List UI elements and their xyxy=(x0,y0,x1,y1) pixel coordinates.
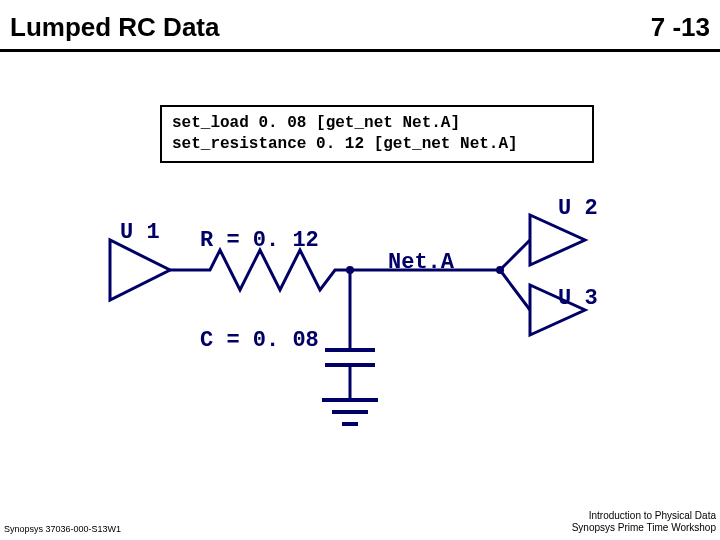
wire-branch-icon xyxy=(500,270,530,310)
svg-marker-0 xyxy=(110,240,170,300)
label-netname: Net.A xyxy=(388,250,454,275)
footer-workshop: Synopsys Prime Time Workshop xyxy=(572,522,716,534)
footer-doc-id: Synopsys 37036-000-S13W1 xyxy=(4,524,121,534)
circuit-svg xyxy=(90,200,650,460)
buffer-u2-icon xyxy=(530,215,585,265)
resistor-icon xyxy=(200,250,350,290)
ground-icon xyxy=(322,400,378,424)
code-box: set_load 0. 08 [get_net Net.A] set_resis… xyxy=(160,105,594,163)
code-line-2: set_resistance 0. 12 [get_net Net.A] xyxy=(172,135,518,153)
label-capacitance: C = 0. 08 xyxy=(200,328,319,353)
label-u3: U 3 xyxy=(558,286,598,311)
page-number: 7 -13 xyxy=(651,12,710,43)
label-u1: U 1 xyxy=(120,220,160,245)
code-line-1: set_load 0. 08 [get_net Net.A] xyxy=(172,114,460,132)
footer-section: Introduction to Physical Data xyxy=(572,510,716,522)
buffer-u1-icon xyxy=(110,240,200,300)
label-u2: U 2 xyxy=(558,196,598,221)
slide-title: Lumped RC Data xyxy=(10,12,219,43)
circuit-diagram: U 1 U 2 U 3 R = 0. 12 C = 0. 08 Net.A xyxy=(90,200,650,460)
wire-branch-icon xyxy=(500,240,530,270)
footer-right: Introduction to Physical Data Synopsys P… xyxy=(572,510,716,534)
capacitor-icon xyxy=(325,270,375,400)
slide-header: Lumped RC Data 7 -13 xyxy=(0,0,720,52)
label-resistance: R = 0. 12 xyxy=(200,228,319,253)
